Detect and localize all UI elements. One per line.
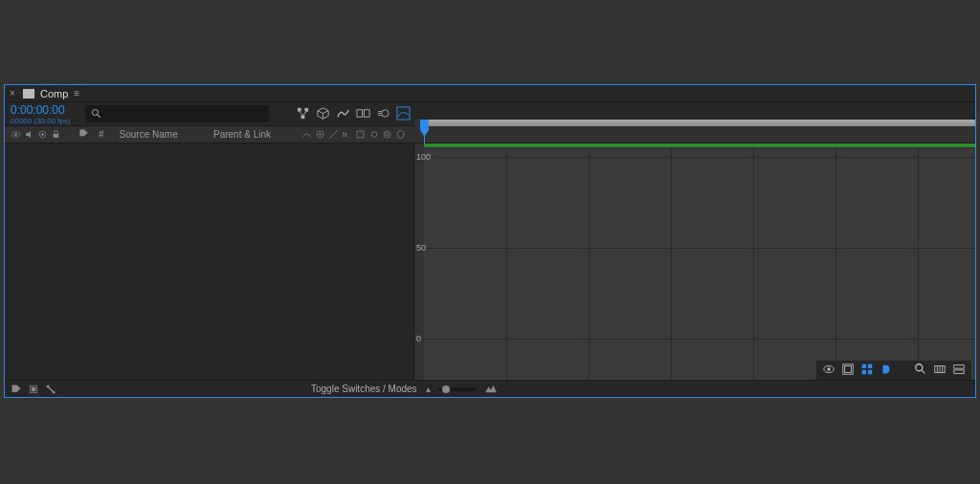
svg-line-6: [303, 111, 307, 115]
svg-rect-4: [301, 115, 305, 119]
separate-dimensions-icon[interactable]: [952, 363, 966, 378]
index-column[interactable]: #: [99, 129, 104, 140]
svg-rect-44: [32, 386, 36, 391]
layer-list[interactable]: [5, 143, 414, 380]
svg-text:fx: fx: [343, 131, 348, 138]
zoom-slider[interactable]: [438, 387, 477, 391]
footer-left-icons: [5, 384, 56, 395]
svg-point-24: [371, 132, 377, 138]
svg-rect-13: [397, 106, 410, 119]
panel-footer: Toggle Switches / Modes ▴: [5, 380, 975, 397]
lock-icon[interactable]: [51, 129, 61, 140]
collapse-switch-icon[interactable]: [315, 129, 325, 140]
motion-blur-switch-icon[interactable]: [368, 129, 379, 140]
y-axis-label: 0: [416, 334, 421, 343]
svg-rect-34: [868, 370, 872, 374]
svg-rect-33: [862, 370, 866, 374]
motion-blur-icon[interactable]: [376, 106, 390, 122]
label-column-icon[interactable]: [78, 128, 89, 141]
timeline-body: 100 50 0: [5, 143, 975, 380]
svg-point-35: [916, 364, 923, 371]
svg-point-9: [382, 109, 390, 117]
panel-menu-icon[interactable]: ≡: [74, 88, 80, 99]
av-features-icons: [5, 129, 61, 140]
svg-point-25: [384, 131, 390, 138]
timecode-block: 0:00:00:00 00000 (30.00 fps): [5, 103, 81, 125]
search-input[interactable]: [85, 105, 269, 122]
parent-link-column[interactable]: Parent & Link: [213, 129, 271, 140]
show-transform-box-icon[interactable]: [822, 363, 835, 378]
graph-grid[interactable]: 100 50 0: [424, 149, 975, 380]
zoom-out-icon[interactable]: ▴: [426, 384, 431, 394]
column-header: # Source Name Parent & Link fx: [5, 126, 975, 143]
fit-all-icon[interactable]: [914, 363, 927, 378]
svg-rect-23: [357, 131, 364, 138]
svg-point-26: [386, 133, 389, 136]
fit-selection-icon[interactable]: [933, 363, 947, 378]
work-area-bar[interactable]: [424, 143, 975, 147]
solo-icon[interactable]: [37, 129, 48, 140]
composition-icon: [23, 89, 34, 99]
svg-rect-42: [954, 370, 965, 374]
svg-line-5: [300, 111, 303, 115]
graph-editor-toolbar: [816, 361, 971, 380]
quality-switch-icon[interactable]: [328, 129, 339, 140]
zoom-thumb[interactable]: [442, 385, 450, 393]
svg-rect-32: [868, 364, 872, 368]
render-queue-icon[interactable]: [28, 384, 39, 395]
adjustment-switch-icon[interactable]: [382, 129, 392, 140]
zoom-in-icon[interactable]: [484, 384, 498, 395]
frame-blend-icon[interactable]: [356, 106, 370, 122]
switches-icons: fx: [301, 129, 406, 140]
svg-rect-8: [364, 109, 369, 117]
svg-point-0: [93, 110, 99, 116]
svg-point-15: [14, 133, 17, 136]
svg-rect-41: [954, 365, 965, 369]
frame-blend-switch-icon[interactable]: [355, 129, 366, 140]
snap-icon[interactable]: [860, 363, 874, 378]
bones-icon[interactable]: [45, 384, 56, 395]
source-name-column[interactable]: Source Name: [120, 129, 178, 140]
svg-point-28: [827, 367, 831, 371]
choose-graph-type-icon[interactable]: [841, 363, 855, 378]
graph-editor-icon[interactable]: [396, 106, 411, 122]
speaker-icon[interactable]: [24, 129, 34, 140]
draft-3d-icon[interactable]: [316, 106, 330, 122]
tab-title[interactable]: Comp: [40, 88, 68, 99]
fx-switch-icon[interactable]: fx: [342, 129, 352, 140]
svg-rect-3: [304, 107, 308, 111]
toggle-switches-modes[interactable]: Toggle Switches / Modes: [311, 384, 417, 394]
svg-line-36: [922, 370, 925, 374]
svg-point-19: [319, 133, 321, 135]
search-icon: [91, 108, 102, 120]
timeline-zoom: ▴: [426, 384, 498, 395]
svg-line-1: [98, 115, 100, 118]
shy-layers-icon[interactable]: [336, 106, 350, 122]
svg-rect-31: [862, 364, 866, 368]
svg-point-17: [41, 133, 44, 136]
svg-rect-7: [357, 109, 363, 117]
tag-icon[interactable]: [11, 384, 22, 395]
svg-rect-2: [298, 107, 301, 111]
frame-info: 00000 (30.00 fps): [11, 117, 81, 125]
svg-line-47: [49, 386, 54, 391]
eye-icon[interactable]: [11, 129, 21, 140]
current-timecode[interactable]: 0:00:00:00: [11, 103, 81, 117]
svg-rect-30: [845, 366, 852, 373]
graph-editor-area[interactable]: 100 50 0: [414, 143, 975, 380]
svg-line-21: [329, 130, 337, 138]
panel-tab-bar: × Comp ≡: [5, 85, 975, 102]
shy-switch-icon[interactable]: [301, 129, 312, 140]
toolbar-buttons: [296, 106, 411, 122]
timeline-toolbar: 0:00:00:00 00000 (30.00 fps) 05f 10f 15: [5, 102, 975, 126]
timeline-panel: × Comp ≡ 0:00:00:00 00000 (30.00 fps) 0: [4, 84, 976, 398]
svg-rect-18: [54, 134, 59, 138]
close-tab-icon[interactable]: ×: [10, 90, 17, 98]
3d-switch-icon[interactable]: [395, 129, 406, 140]
y-axis-label: 100: [416, 152, 431, 162]
comp-mini-flowchart-icon[interactable]: [296, 106, 310, 122]
auto-zoom-icon[interactable]: [880, 363, 893, 378]
y-axis-label: 50: [416, 243, 426, 253]
